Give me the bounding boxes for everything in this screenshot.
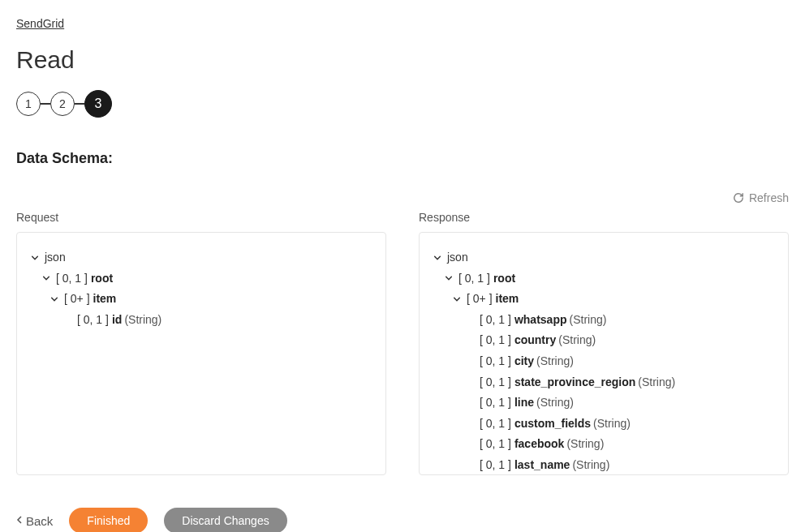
tree-row[interactable]: [ 0+ ] item xyxy=(30,289,372,310)
cardinality: [ 0, 1 ] xyxy=(480,395,511,411)
cardinality: [ 0, 1 ] xyxy=(480,312,511,328)
section-title: Data Schema: xyxy=(16,150,789,167)
cardinality: [ 0+ ] xyxy=(467,291,493,307)
step-3[interactable]: 3 xyxy=(84,90,112,118)
back-button[interactable]: Back xyxy=(16,514,53,528)
tree-row[interactable]: [ 0, 1 ] line (String) xyxy=(433,393,775,414)
chevron-down-icon[interactable] xyxy=(41,273,51,283)
node-name: custom_fields xyxy=(514,416,591,432)
response-label: Response xyxy=(419,211,789,224)
node-type: (String) xyxy=(536,354,574,370)
cardinality: [ 0, 1 ] xyxy=(480,416,511,432)
tree-row[interactable]: [ 0, 1 ] last_name (String) xyxy=(433,455,775,475)
tree-row[interactable]: [ 0, 1 ] city (String) xyxy=(433,351,775,372)
tree-row[interactable]: json xyxy=(30,247,372,268)
step-connector xyxy=(41,103,50,105)
node-name: line xyxy=(514,395,534,411)
node-name: whatsapp xyxy=(514,312,567,328)
node-name: country xyxy=(514,332,556,349)
tree-kind: json xyxy=(447,250,468,266)
node-type: (String) xyxy=(638,375,675,391)
cardinality: [ 0, 1 ] xyxy=(480,354,511,370)
node-type: (String) xyxy=(572,457,609,474)
node-name: item xyxy=(496,291,519,307)
node-name: facebook xyxy=(514,436,564,453)
node-type: (String) xyxy=(558,332,596,349)
tree-row[interactable]: json xyxy=(433,247,775,268)
stepper: 1 2 3 xyxy=(16,90,789,118)
request-label: Request xyxy=(16,211,386,224)
node-name: root xyxy=(493,271,515,287)
response-column: Response json[ 0, 1 ] root[ 0+ ] item[ 0… xyxy=(419,211,789,475)
node-type: (String) xyxy=(566,436,604,453)
refresh-label: Refresh xyxy=(749,191,789,204)
node-name: root xyxy=(91,271,113,287)
cardinality: [ 0+ ] xyxy=(64,291,90,307)
step-2[interactable]: 2 xyxy=(50,92,75,116)
back-label: Back xyxy=(26,514,53,528)
response-schema-box: json[ 0, 1 ] root[ 0+ ] item[ 0, 1 ] wha… xyxy=(419,232,789,475)
chevron-down-icon[interactable] xyxy=(433,253,442,263)
node-type: (String) xyxy=(570,312,607,328)
node-name: state_province_region xyxy=(514,375,635,391)
tree-row[interactable]: [ 0+ ] item xyxy=(433,289,775,310)
tree-row[interactable]: [ 0, 1 ] state_province_region (String) xyxy=(433,372,775,393)
tree-row[interactable]: [ 0, 1 ] root xyxy=(30,268,372,290)
refresh-icon xyxy=(733,192,744,204)
tree-kind: json xyxy=(45,250,66,266)
chevron-down-icon[interactable] xyxy=(444,273,454,283)
cardinality: [ 0, 1 ] xyxy=(480,375,511,391)
node-type: (String) xyxy=(536,395,574,411)
cardinality: [ 0, 1 ] xyxy=(77,312,109,328)
request-column: Request json[ 0, 1 ] root[ 0+ ] item[ 0,… xyxy=(16,211,386,475)
chevron-down-icon[interactable] xyxy=(50,294,59,304)
tree-row[interactable]: [ 0, 1 ] custom_fields (String) xyxy=(433,414,775,435)
node-name: last_name xyxy=(514,457,570,474)
tree-row[interactable]: [ 0, 1 ] id (String) xyxy=(30,310,372,331)
node-name: id xyxy=(112,312,122,328)
refresh-button[interactable]: Refresh xyxy=(733,191,789,204)
tree-row[interactable]: [ 0, 1 ] root xyxy=(433,268,775,290)
chevron-left-icon xyxy=(16,514,23,527)
tree-row[interactable]: [ 0, 1 ] facebook (String) xyxy=(433,434,775,455)
cardinality: [ 0, 1 ] xyxy=(480,436,511,453)
node-name: item xyxy=(93,291,117,307)
cardinality: [ 0, 1 ] xyxy=(56,271,88,287)
node-name: city xyxy=(514,354,534,370)
chevron-down-icon[interactable] xyxy=(452,294,462,304)
node-type: (String) xyxy=(593,416,631,432)
cardinality: [ 0, 1 ] xyxy=(480,332,511,349)
discard-button[interactable]: Discard Changes xyxy=(164,508,286,532)
page-title: Read xyxy=(16,46,789,74)
cardinality: [ 0, 1 ] xyxy=(458,271,490,287)
node-type: (String) xyxy=(124,312,161,328)
step-connector xyxy=(75,103,84,105)
request-schema-box: json[ 0, 1 ] root[ 0+ ] item[ 0, 1 ] id … xyxy=(16,232,386,475)
breadcrumb-sendgrid[interactable]: SendGrid xyxy=(16,17,64,30)
tree-row[interactable]: [ 0, 1 ] country (String) xyxy=(433,330,775,351)
step-1[interactable]: 1 xyxy=(16,92,41,116)
cardinality: [ 0, 1 ] xyxy=(480,457,511,474)
tree-row[interactable]: [ 0, 1 ] whatsapp (String) xyxy=(433,310,775,331)
chevron-down-icon[interactable] xyxy=(30,253,40,263)
finished-button[interactable]: Finished xyxy=(69,508,148,532)
